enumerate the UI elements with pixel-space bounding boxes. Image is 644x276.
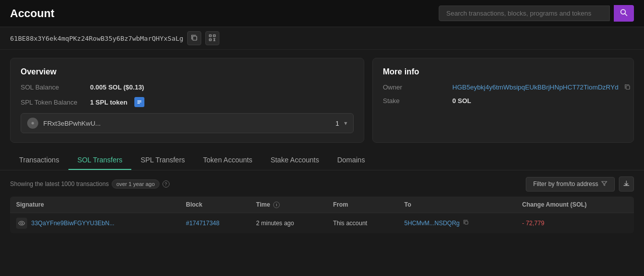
row-to: 5HCMvM...NSDQRg — [398, 213, 516, 234]
svg-point-19 — [21, 222, 23, 224]
col-header-to: To — [398, 197, 516, 213]
more-info-card: More info Owner HGB5eybkj4y6tmWbsipqEUkB… — [372, 58, 634, 143]
to-link[interactable]: 5HCMvM...NSDQRg — [405, 220, 460, 227]
spl-balance-value: 1 SPL token — [90, 99, 127, 106]
search-input[interactable] — [439, 6, 610, 21]
overview-card: Overview SOL Balance 0.005 SOL ($0.13) S… — [10, 58, 364, 143]
svg-rect-13 — [137, 101, 141, 101]
col-header-time: Time i — [250, 197, 327, 213]
stake-row: Stake 0 SOL — [383, 97, 623, 105]
more-info-title: More info — [383, 67, 623, 76]
col-header-signature: Signature — [10, 197, 180, 213]
tabs-section: Transactions SOL Transfers SPL Transfers… — [0, 151, 644, 170]
col-header-from: From — [327, 197, 398, 213]
owner-value[interactable]: HGB5eybkj4y6tmWbsipqEUkBBrjHNpHCT72TiomD… — [452, 83, 618, 91]
search-icon — [620, 9, 628, 18]
tab-sol-transfers[interactable]: SOL Transfers — [68, 151, 132, 170]
tab-stake-accounts[interactable]: Stake Accounts — [262, 151, 329, 170]
tab-transactions[interactable]: Transactions — [10, 151, 68, 170]
download-button[interactable] — [619, 176, 634, 192]
table-section: Showing the latest 1000 transactions ove… — [0, 170, 644, 233]
row-time: 2 minutes ago — [250, 213, 327, 234]
svg-rect-2 — [193, 36, 197, 40]
stake-value: 0 SOL — [452, 97, 471, 105]
filter-label: Filter by from/to address — [533, 180, 598, 188]
address-text: 61BE88x3Y6ek4mqPKz24RowB35y6Bz7wbMarQHYx… — [10, 35, 183, 42]
owner-row: Owner HGB5eybkj4y6tmWbsipqEUkBBrjHNpHCT7… — [383, 83, 623, 91]
header-search-area — [439, 5, 634, 22]
to-copy-icon[interactable] — [463, 220, 469, 225]
row-from: This account — [327, 213, 398, 234]
header: Account — [0, 0, 644, 27]
info-icon[interactable]: ? — [163, 180, 170, 188]
owner-copy-icon[interactable] — [624, 84, 631, 90]
table-info-text: Showing the latest 1000 transactions — [10, 180, 109, 188]
copy-address-button[interactable] — [187, 31, 201, 45]
sol-balance-value: 0.005 SOL ($0.13) — [90, 83, 144, 91]
svg-rect-8 — [210, 39, 211, 40]
qr-button[interactable] — [205, 31, 219, 45]
svg-rect-18 — [626, 86, 630, 89]
token-name: FRxt3eBPwhKwU... — [43, 120, 331, 127]
table-header-row: Showing the latest 1000 transactions ove… — [10, 176, 634, 192]
chevron-down-icon: ▾ — [344, 120, 347, 127]
tab-spl-transfers[interactable]: SPL Transfers — [131, 151, 194, 170]
token-dropdown[interactable]: FRxt3eBPwhKwU... 1 ▾ — [21, 113, 354, 133]
token-logo — [27, 118, 38, 129]
sol-balance-row: SOL Balance 0.005 SOL ($0.13) — [21, 83, 354, 91]
qr-icon — [209, 34, 216, 43]
row-block: #174717348 — [180, 213, 250, 234]
svg-rect-20 — [465, 221, 468, 224]
transactions-table: Signature Block Time i From To Change Am… — [10, 197, 634, 233]
time-info-icon: i — [273, 202, 280, 208]
svg-rect-15 — [137, 103, 140, 104]
filter-funnel-icon — [601, 180, 607, 188]
token-count: 1 — [336, 120, 339, 127]
eye-button[interactable] — [16, 218, 27, 229]
col-header-change: Change Amount (SOL) — [516, 197, 634, 213]
change-amount: - 72,779 — [522, 220, 544, 227]
table-info: Showing the latest 1000 transactions ove… — [10, 179, 170, 189]
signature-link[interactable]: 33QaYFne9BiwFGYYU3EbN... — [31, 220, 114, 227]
download-icon — [623, 180, 630, 189]
filter-button[interactable]: Filter by from/to address — [526, 177, 615, 192]
spl-balance-row: SPL Token Balance 1 SPL token — [21, 97, 354, 107]
table-head: Signature Block Time i From To Change Am… — [10, 197, 634, 213]
tab-domains[interactable]: Domains — [328, 151, 374, 170]
svg-rect-14 — [137, 102, 141, 102]
table-actions: Filter by from/to address — [526, 176, 634, 192]
table-body: 33QaYFne9BiwFGYYU3EbN... #174717348 2 mi… — [10, 213, 634, 234]
tab-token-accounts[interactable]: Token Accounts — [194, 151, 262, 170]
search-button[interactable] — [614, 5, 634, 22]
block-link[interactable]: #174717348 — [186, 220, 219, 227]
main-content: Overview SOL Balance 0.005 SOL ($0.13) S… — [0, 50, 644, 151]
copy-icon — [191, 34, 198, 43]
col-header-block: Block — [180, 197, 250, 213]
overview-title: Overview — [21, 67, 354, 76]
token-icon — [134, 97, 144, 107]
svg-rect-7 — [214, 35, 215, 36]
address-bar: 61BE88x3Y6ek4mqPKz24RowB35y6Bz7wbMarQHYx… — [0, 27, 644, 50]
svg-rect-6 — [210, 35, 211, 36]
row-eye-cell: 33QaYFne9BiwFGYYU3EbN... — [10, 213, 180, 234]
table-info-time: over 1 year ago — [112, 179, 159, 189]
svg-line-1 — [625, 14, 627, 16]
page-title: Account — [10, 7, 54, 20]
svg-point-17 — [32, 122, 34, 125]
table-row: 33QaYFne9BiwFGYYU3EbN... #174717348 2 mi… — [10, 213, 634, 234]
sol-balance-label: SOL Balance — [21, 83, 86, 91]
stake-label: Stake — [383, 97, 448, 105]
tabs: Transactions SOL Transfers SPL Transfers… — [10, 151, 634, 170]
row-change: - 72,779 — [516, 213, 634, 234]
spl-balance-label: SPL Token Balance — [21, 99, 86, 106]
owner-label: Owner — [383, 83, 448, 91]
